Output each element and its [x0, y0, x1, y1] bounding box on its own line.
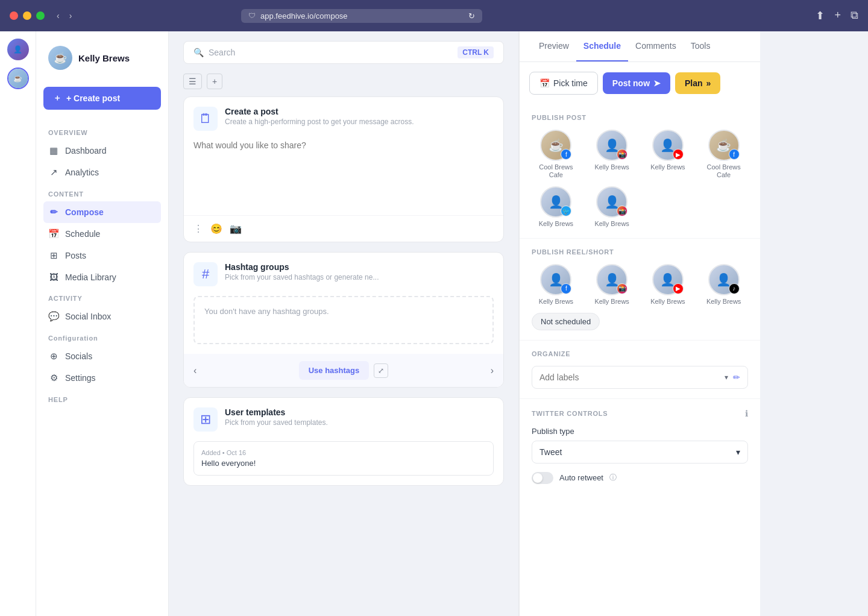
publish-name-5: Kelly Brews: [539, 220, 573, 228]
tab-preview[interactable]: Preview: [532, 31, 576, 61]
hashtag-prev-button[interactable]: ‹: [193, 365, 197, 376]
reel-account-4[interactable]: 👤 ♪ Kelly Brews: [699, 264, 748, 306]
add-labels-input[interactable]: [539, 372, 720, 382]
tabs-icon[interactable]: ⧉: [851, 9, 858, 22]
create-post-card: 🗒 Create a post Create a high-performing…: [183, 96, 504, 242]
publish-badge-3: ▶: [673, 149, 684, 160]
new-tab-icon[interactable]: +: [834, 9, 841, 22]
sidebar-item-settings[interactable]: ⚙ Settings: [43, 367, 161, 389]
emoji-button[interactable]: 😊: [210, 223, 222, 234]
compose-icon: ✏: [48, 207, 59, 218]
forward-button[interactable]: ›: [67, 8, 75, 23]
right-panel-actions: 📅 Pick time Post now ➤ Plan »: [520, 62, 760, 104]
auto-retweet-toggle[interactable]: [532, 472, 553, 484]
hashtag-card-icon: #: [193, 262, 218, 286]
publish-post-grid: ☕ f Cool Brews Cafe 👤 📸 Kelly Brews: [532, 130, 748, 228]
plus-icon: ＋: [53, 93, 61, 104]
tweet-select[interactable]: Tweet ▾: [532, 441, 748, 464]
close-window-button[interactable]: [10, 11, 18, 20]
reel-account-1[interactable]: 👤 f Kelly Brews: [532, 264, 580, 306]
sidebar-item-analytics[interactable]: ↗ Analytics: [43, 162, 161, 183]
sidebar-item-posts[interactable]: ⊞ Posts: [43, 245, 161, 266]
organize-section: ORGANIZE ▾ ✏: [520, 341, 760, 399]
sidebar-label-analytics: Analytics: [65, 168, 99, 177]
sidebar-label-posts: Posts: [65, 251, 86, 260]
plan-button[interactable]: Plan »: [675, 72, 720, 94]
hashtag-card-header: # Hashtag groups Pick from your saved ha…: [184, 253, 503, 296]
more-options-button[interactable]: ⋮: [193, 223, 203, 234]
not-scheduled-badge[interactable]: Not scheduled: [532, 313, 600, 330]
reel-badge-4: ♪: [729, 283, 740, 294]
template-saved-meta: Added • Oct 16: [201, 449, 486, 456]
avatar-bar-item-1[interactable]: 👤: [7, 39, 29, 60]
sidebar-item-social-inbox[interactable]: 💬 Social Inbox: [43, 306, 161, 327]
sidebar-item-compose[interactable]: ✏ Compose: [43, 201, 161, 223]
publish-account-kelly2[interactable]: 👤 ▶ Kelly Brews: [644, 130, 693, 179]
tab-tools[interactable]: Tools: [684, 31, 718, 61]
pick-time-button[interactable]: 📅 Pick time: [529, 72, 598, 95]
create-post-card-header: 🗒 Create a post Create a high-performing…: [184, 97, 503, 140]
calendar-icon: 📅: [539, 78, 550, 88]
publish-badge-6: 📸: [617, 206, 627, 216]
reel-account-2[interactable]: 👤 📸 Kelly Brews: [588, 264, 637, 306]
publish-account-coolbrews1[interactable]: ☕ f Cool Brews Cafe: [532, 130, 580, 179]
publish-avatar-wrap-3: 👤 ▶: [652, 130, 684, 161]
template-saved-item[interactable]: Added • Oct 16 Hello everyone!: [193, 441, 494, 476]
reel-account-3[interactable]: 👤 ▶ Kelly Brews: [644, 264, 693, 306]
reel-badge-2: 📸: [617, 283, 627, 294]
template-card: ⊞ User templates Pick from your saved te…: [183, 397, 504, 486]
auto-retweet-info-icon[interactable]: ⓘ: [609, 473, 617, 483]
tab-schedule[interactable]: Schedule: [576, 31, 628, 61]
main-inner: 🔍 Search CTRL K ☰ + 🗒 Create a post Cr: [169, 31, 868, 616]
toolbar-filter-button[interactable]: ☰: [183, 74, 202, 89]
sidebar-item-socials[interactable]: ⊕ Socials: [43, 345, 161, 367]
compose-panel: 🔍 Search CTRL K ☰ + 🗒 Create a post Cr: [169, 31, 518, 616]
toggle-knob: [533, 473, 542, 483]
publish-account-kelly1[interactable]: 👤 📸 Kelly Brews: [588, 130, 637, 179]
reel-avatar-wrap-3: 👤 ▶: [652, 264, 684, 295]
toolbar-add-button[interactable]: +: [207, 74, 222, 89]
sidebar-label-social-inbox: Social Inbox: [65, 312, 111, 321]
minimize-window-button[interactable]: [23, 11, 31, 20]
url-text: app.feedhive.io/compose: [260, 11, 348, 20]
post-now-button[interactable]: Post now ➤: [603, 72, 670, 94]
publish-account-kelly3[interactable]: 👤 🐦 Kelly Brews: [532, 186, 580, 228]
sidebar-item-dashboard[interactable]: ▦ Dashboard: [43, 140, 161, 162]
reel-name-4: Kelly Brews: [706, 298, 741, 306]
image-button[interactable]: 📷: [230, 223, 242, 234]
share-icon[interactable]: ⬆: [816, 9, 825, 22]
reel-name-2: Kelly Brews: [594, 298, 629, 306]
reel-badge-1: f: [561, 283, 571, 294]
hashtag-next-button[interactable]: ›: [491, 365, 494, 376]
maximize-window-button[interactable]: [36, 11, 45, 20]
sidebar-item-schedule[interactable]: 📅 Schedule: [43, 223, 161, 245]
reload-icon[interactable]: ↻: [468, 11, 475, 20]
pick-time-label: Pick time: [553, 78, 588, 88]
publish-account-kelly4[interactable]: 👤 📸 Kelly Brews: [588, 186, 637, 228]
sidebar-item-media-library[interactable]: 🖼 Media Library: [43, 266, 161, 288]
tab-comments[interactable]: Comments: [628, 31, 684, 61]
twitter-section-header: TWITTER CONTROLS ℹ: [532, 409, 748, 418]
section-label-help: HELP: [48, 396, 161, 403]
compose-toolbar: ☰ +: [183, 74, 504, 89]
sidebar-label-media-library: Media Library: [65, 272, 116, 282]
address-bar[interactable]: 🛡 app.feedhive.io/compose ↻: [241, 9, 482, 23]
back-button[interactable]: ‹: [54, 8, 62, 23]
browser-nav: ‹ ›: [54, 8, 74, 23]
info-icon[interactable]: ℹ: [745, 409, 748, 418]
avatar: ☕: [48, 46, 72, 70]
create-post-button[interactable]: ＋ + Create post: [43, 87, 161, 110]
avatar-bar-item-2[interactable]: ☕: [7, 68, 29, 89]
tweet-option: Tweet: [539, 447, 562, 457]
use-hashtags-button[interactable]: Use hashtags: [299, 361, 370, 380]
post-textarea[interactable]: [193, 140, 494, 213]
publish-badge-2: 📸: [617, 149, 627, 160]
compose-search-bar[interactable]: 🔍 Search CTRL K: [183, 41, 504, 64]
create-post-card-title: Create a post: [225, 107, 414, 116]
reel-name-3: Kelly Brews: [650, 298, 685, 306]
edit-icon[interactable]: ✏: [733, 372, 740, 382]
publish-reel-label: PUBLISH REEL/SHORT: [532, 248, 748, 256]
publish-account-coolbrews2[interactable]: ☕ f Cool Brews Cafe: [699, 130, 748, 179]
add-labels-row: ▾ ✏: [532, 366, 748, 389]
expand-hashtag-button[interactable]: ⤢: [374, 363, 388, 378]
